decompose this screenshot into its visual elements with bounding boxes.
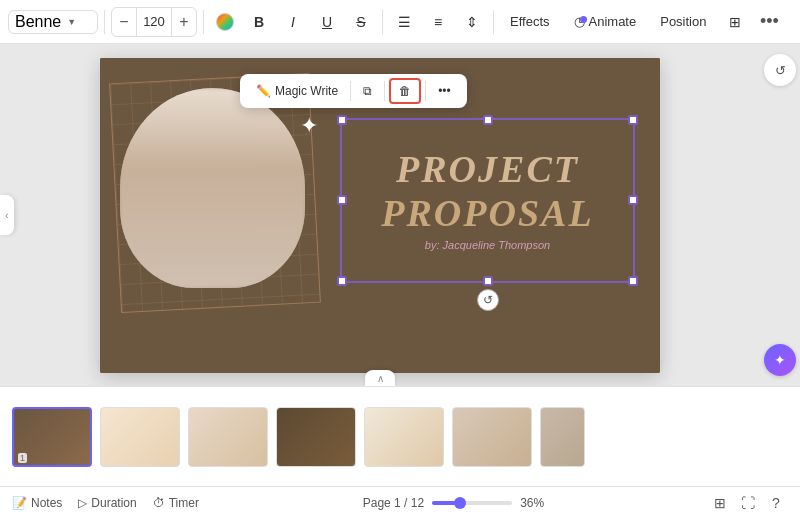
handle-middle-left[interactable]	[337, 195, 347, 205]
divider-1	[104, 10, 105, 34]
duration-icon: ▷	[78, 496, 87, 510]
align-left-icon: ☰	[398, 14, 411, 30]
font-size-input[interactable]	[136, 8, 172, 36]
effects-label: Effects	[510, 14, 550, 29]
italic-icon: I	[291, 14, 295, 30]
animate-button[interactable]: ◷ Animate	[564, 10, 647, 33]
status-center: Page 1 / 12 36%	[199, 496, 708, 510]
thumb-preview-5	[365, 408, 443, 466]
underline-button[interactable]: U	[312, 7, 342, 37]
ctx-divider-2	[384, 81, 385, 101]
handle-top-right[interactable]	[628, 115, 638, 125]
left-panel-toggle[interactable]: ‹	[0, 195, 14, 235]
fullscreen-button[interactable]: ⛶	[736, 491, 760, 515]
context-more-button[interactable]: •••	[430, 80, 459, 102]
more-options-button[interactable]: •••	[754, 7, 784, 37]
notes-icon: 📝	[12, 496, 27, 510]
font-name: Benne	[15, 13, 61, 31]
timer-icon: ⏱	[153, 496, 165, 510]
refresh-icon: ↺	[775, 63, 786, 78]
grid-button[interactable]: ⊞	[720, 7, 750, 37]
collapse-panel-button[interactable]: ∧	[365, 370, 395, 386]
copy-icon: ⧉	[363, 84, 372, 98]
divider-3	[382, 10, 383, 34]
handle-bottom-right[interactable]	[628, 276, 638, 286]
position-label: Position	[660, 14, 706, 29]
bold-button[interactable]: B	[244, 7, 274, 37]
thumb-preview-3	[189, 408, 267, 466]
refresh-button[interactable]: ↺	[764, 54, 796, 86]
italic-button[interactable]: I	[278, 7, 308, 37]
thumb-preview-7	[541, 408, 584, 466]
thumbnail-6[interactable]	[452, 407, 532, 467]
strikethrough-icon: S	[356, 14, 365, 30]
thumbnail-1[interactable]: 1	[12, 407, 92, 467]
underline-icon: U	[322, 14, 332, 30]
handle-top-left[interactable]	[337, 115, 347, 125]
person-silhouette	[120, 88, 305, 288]
main-area: ‹ ✏️ Magic Write ⧉ 🗑 •••	[0, 44, 800, 386]
align-right-button[interactable]: ⇕	[457, 7, 487, 37]
divider-2	[203, 10, 204, 34]
page-info: Page 1 / 12	[363, 496, 424, 510]
zoom-thumb[interactable]	[454, 497, 466, 509]
notes-button[interactable]: 📝 Notes	[12, 496, 62, 510]
align-left-button[interactable]: ☰	[389, 7, 419, 37]
view-buttons: ⊞ ⛶ ?	[708, 491, 788, 515]
handle-top-middle[interactable]	[483, 115, 493, 125]
canvas-container: ✏️ Magic Write ⧉ 🗑 •••	[0, 44, 760, 386]
ctx-divider-1	[350, 81, 351, 101]
magic-button[interactable]: ✦	[764, 344, 796, 376]
animate-wrapper: ◷	[574, 14, 585, 29]
thumb-number-1: 1	[18, 453, 27, 463]
ctx-divider-3	[425, 81, 426, 101]
font-size-increase-button[interactable]: +	[172, 8, 196, 36]
fullscreen-icon: ⛶	[741, 495, 755, 511]
help-button[interactable]: ?	[764, 491, 788, 515]
context-more-icon: •••	[438, 84, 451, 98]
status-bar: 📝 Notes ▷ Duration ⏱ Timer Page 1 / 12 3…	[0, 486, 800, 518]
status-left: 📝 Notes ▷ Duration ⏱ Timer	[12, 496, 199, 510]
grid-view-button[interactable]: ⊞	[708, 491, 732, 515]
duration-button[interactable]: ▷ Duration	[78, 496, 136, 510]
position-button[interactable]: Position	[650, 10, 716, 33]
thumbnail-4[interactable]	[276, 407, 356, 467]
font-size-decrease-button[interactable]: −	[112, 8, 136, 36]
delete-icon: 🗑	[399, 84, 411, 98]
handle-middle-right[interactable]	[628, 195, 638, 205]
font-selector[interactable]: Benne ▼	[8, 10, 98, 34]
rotation-handle[interactable]: ↺	[477, 289, 499, 311]
grid-view-icon: ⊞	[714, 495, 726, 511]
chevron-up-icon: ∧	[377, 373, 384, 384]
align-list-icon: ≡	[434, 14, 442, 30]
align-list-button[interactable]: ≡	[423, 7, 453, 37]
align-spacing-icon: ⇕	[466, 14, 478, 30]
thumb-preview-4	[277, 408, 355, 466]
thumbnail-3[interactable]	[188, 407, 268, 467]
handle-bottom-left[interactable]	[337, 276, 347, 286]
bold-icon: B	[254, 14, 264, 30]
more-dots-icon: •••	[760, 11, 779, 32]
thumbnail-7[interactable]	[540, 407, 585, 467]
handle-bottom-middle[interactable]	[483, 276, 493, 286]
font-size-control: − +	[111, 7, 197, 37]
animate-label: Animate	[589, 14, 637, 29]
timer-label: Timer	[169, 496, 199, 510]
text-color-button[interactable]	[210, 7, 240, 37]
thumbnail-2[interactable]	[100, 407, 180, 467]
divider-4	[493, 10, 494, 34]
delete-button[interactable]: 🗑	[389, 78, 421, 104]
magic-write-button[interactable]: ✏️ Magic Write	[248, 80, 346, 102]
zoom-slider[interactable]	[432, 501, 512, 505]
animate-dot	[580, 16, 587, 23]
person-image	[120, 88, 305, 288]
timer-button[interactable]: ⏱ Timer	[153, 496, 199, 510]
text-selection-box[interactable]: PROJECT PROPOSAL by: Jacqueline Thompson…	[340, 118, 635, 283]
thumbnail-5[interactable]	[364, 407, 444, 467]
effects-button[interactable]: Effects	[500, 10, 560, 33]
byline-text: by: Jacqueline Thompson	[425, 239, 550, 251]
copy-button[interactable]: ⧉	[355, 80, 380, 102]
magic-write-icon: ✏️	[256, 84, 271, 98]
strikethrough-button[interactable]: S	[346, 7, 376, 37]
thumbnails-bar: 1	[0, 386, 800, 486]
